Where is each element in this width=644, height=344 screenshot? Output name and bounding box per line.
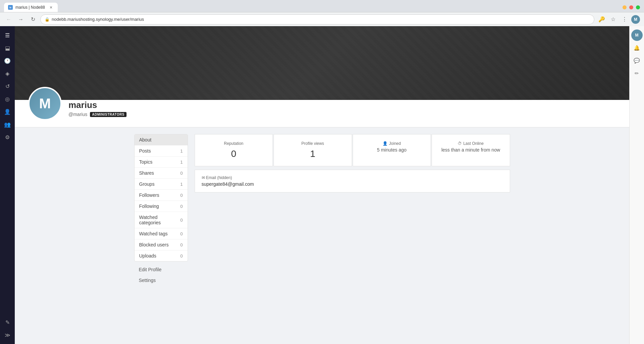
bookmark-icon[interactable]: ☆ [608,15,618,24]
nav-item-watched-tags[interactable]: Watched tags 0 [135,228,188,239]
nav-item-following[interactable]: Following 0 [135,201,188,212]
toolbar-right: 🔑 ☆ ⋮ M [597,15,640,24]
sidebar-item-tags[interactable]: ◈ [2,68,13,79]
sidebar-item-popular[interactable]: ↺ [2,80,13,92]
nav-item-followers[interactable]: Followers 0 [135,190,188,201]
reload-button[interactable]: ↻ [28,15,38,24]
nav-item-shares[interactable]: Shares 0 [135,168,188,179]
sidebar-item-admin[interactable]: ⚙ [2,131,13,143]
chat-icon[interactable]: 💬 [631,55,643,66]
back-button[interactable]: ← [4,15,13,24]
nav-item-posts[interactable]: Posts 1 [135,146,188,157]
profile-sidebar: About Posts 1 Topics 1 Shares 0 [134,134,188,286]
nav-item-uploads[interactable]: Uploads 0 [135,250,188,261]
user-avatar-icon[interactable]: M [631,30,643,41]
reputation-value: 0 [202,149,266,159]
stats-cards: Reputation 0 Profile views 1 👤Joined 5 m… [195,134,510,166]
restore-button[interactable] [629,5,633,9]
forward-button[interactable]: → [16,15,26,24]
last-online-card: ⏱Last Online less than a minute from now [432,134,510,166]
lock-icon: 🔒 [45,17,50,22]
edit-profile-link[interactable]: Edit Profile [134,264,188,275]
sidebar-nav: About Posts 1 Topics 1 Shares 0 [134,134,188,262]
profile-handle-row: @marius ADMINISTRATORS [68,112,127,117]
sidebar-item-expand[interactable]: ≫ [2,329,13,341]
profile-banner [15,26,629,100]
close-button[interactable] [636,5,640,9]
profile-views-card: Profile views 1 [274,134,352,166]
sidebar-item-groups[interactable]: 👥 [2,119,13,130]
browser-tab[interactable]: N marius | Node88 × [4,3,58,12]
app-container: ☰ ⬓ 🕐 ◈ ↺ ◎ 👤 👥 ⚙ ✎ ≫ M marius @marius A… [0,26,644,344]
sidebar-item-menu[interactable]: ☰ [2,30,13,41]
title-bar: N marius | Node88 × [0,0,644,12]
stats-area: Reputation 0 Profile views 1 👤Joined 5 m… [195,134,510,286]
nav-item-blocked-users[interactable]: Blocked users 0 [135,239,188,250]
banner-overlay [15,26,629,100]
profile-views-value: 1 [281,149,345,159]
tab-favicon: N [8,5,13,10]
email-value: supergate84@gmail.com [202,181,503,187]
joined-card: 👤Joined 5 minutes ago [353,134,431,166]
menu-dots-button[interactable]: ⋮ [620,15,629,24]
profile-views-label: Profile views [281,141,345,146]
last-online-label: ⏱Last Online [439,141,503,146]
admin-badge: ADMINISTRATORS [90,112,127,117]
settings-link[interactable]: Settings [134,275,188,286]
joined-value: 5 minutes ago [360,147,424,153]
sidebar-item-recent[interactable]: 🕐 [2,55,13,66]
last-online-value: less than a minute from now [439,147,503,153]
address-bar[interactable]: 🔒 nodebb.mariushosting.synology.me/user/… [40,14,594,24]
email-card: ✉ Email (hidden) supergate84@gmail.com [195,170,510,192]
avatar-wrapper: M [28,87,62,120]
reputation-card: Reputation 0 [195,134,273,166]
avatar: M [28,87,62,120]
minimize-button[interactable] [623,5,627,9]
profile-handle: @marius [68,112,87,117]
joined-label: 👤Joined [360,141,424,146]
profile-header: M marius @marius ADMINISTRATORS [15,100,629,127]
compose-icon[interactable]: ✏ [631,68,643,79]
browser-toolbar: ← → ↻ 🔒 nodebb.mariushosting.synology.me… [0,12,644,26]
content-area: About Posts 1 Topics 1 Shares 0 [121,127,524,292]
profile-avatar-button[interactable]: M [631,15,640,24]
right-sidebar: M 🔔 💬 ✏ [629,26,644,344]
sidebar-item-user[interactable]: 👤 [2,106,13,117]
nav-item-about[interactable]: About [135,134,188,146]
bell-icon[interactable]: 🔔 [631,42,643,54]
nav-item-topics[interactable]: Topics 1 [135,157,188,168]
sidebar-item-world[interactable]: ◎ [2,93,13,105]
tab-close-button[interactable]: × [48,5,54,10]
email-label: ✉ Email (hidden) [202,175,503,180]
nav-item-groups[interactable]: Groups 1 [135,179,188,190]
left-sidebar: ☰ ⬓ 🕐 ◈ ↺ ◎ 👤 👥 ⚙ ✎ ≫ [0,26,15,344]
profile-username: marius [68,100,127,110]
key-icon[interactable]: 🔑 [597,15,606,24]
nav-item-watched-categories[interactable]: Watched categories 0 [135,212,188,228]
browser-chrome: N marius | Node88 × ← → ↻ 🔒 nodebb.mariu… [0,0,644,26]
sidebar-item-compose[interactable]: ✎ [2,317,13,328]
sidebar-item-inbox[interactable]: ⬓ [2,42,13,54]
main-content: M marius @marius ADMINISTRATORS About [15,26,629,344]
profile-info: marius @marius ADMINISTRATORS [68,100,127,120]
tab-title: marius | Node88 [15,5,46,10]
window-controls [623,5,640,9]
address-text: nodebb.mariushosting.synology.me/user/ma… [52,17,590,22]
reputation-label: Reputation [202,141,266,146]
